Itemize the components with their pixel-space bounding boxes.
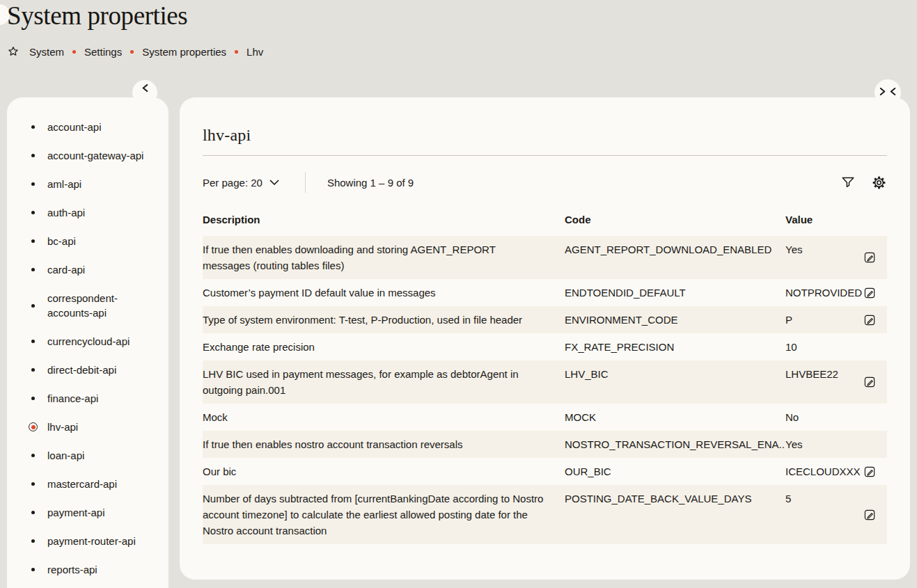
favorite-star-icon[interactable] xyxy=(7,45,19,58)
property-value: LHVBEE22 xyxy=(785,366,863,398)
property-value: NOTPROVIDED xyxy=(785,285,863,301)
bullet-icon xyxy=(31,539,35,543)
property-code: FX_RATE_PRECISION xyxy=(565,339,785,355)
property-description: If true then enables downloading and sto… xyxy=(203,241,565,273)
properties-table: Description Code Value If true then enab… xyxy=(203,207,887,544)
funnel-icon xyxy=(840,175,856,190)
sidebar-item-label: direct-debit-api xyxy=(47,363,116,377)
bullet-icon xyxy=(31,368,35,372)
panel-title: lhv-api xyxy=(203,97,887,145)
property-description: Type of system environment: T-test, P-Pr… xyxy=(203,312,565,328)
property-code: OUR_BIC xyxy=(565,463,785,479)
sidebar-item-payment-api[interactable]: payment-api xyxy=(7,498,168,527)
sidebar-item-reports-api[interactable]: reports-api xyxy=(7,555,168,584)
per-page-label: Per page: 20 xyxy=(203,177,262,189)
sidebar-item-label: loan-api xyxy=(47,448,84,463)
property-code: ENDTOENDID_DEFAULT xyxy=(565,285,785,301)
edit-value-button[interactable] xyxy=(863,251,876,264)
property-description: Number of days subtracted from [currentB… xyxy=(203,491,565,539)
filter-button[interactable] xyxy=(840,175,856,190)
table-row: Customer’s payment ID default value in m… xyxy=(203,279,887,306)
property-description: Mock xyxy=(203,409,565,425)
sidebar-item-auth-api[interactable]: auth-api xyxy=(7,198,168,227)
bullet-icon xyxy=(31,340,35,343)
sidebar-item-correspondent-accounts-api[interactable]: correspondent-accounts-api xyxy=(7,284,168,327)
property-code: MOCK xyxy=(565,409,785,425)
sidebar-item-currencycloud-api[interactable]: currencycloud-api xyxy=(7,327,168,356)
selected-radio-icon xyxy=(29,422,38,431)
edit-pencil-icon xyxy=(863,287,876,299)
sidebar-item-label: account-api xyxy=(47,120,102,134)
property-code: AGENT_REPORT_DOWNLOAD_ENABLED xyxy=(565,241,785,273)
table-header-row: Description Code Value xyxy=(203,207,887,236)
breadcrumb-item[interactable]: Settings xyxy=(84,46,122,58)
table-row: Type of system environment: T-test, P-Pr… xyxy=(203,306,887,333)
edit-value-button[interactable] xyxy=(863,466,876,478)
properties-panel: lhv-api Per page: 20 Showing 1 – 9 of 9 xyxy=(180,97,910,580)
breadcrumb-item[interactable]: System properties xyxy=(142,46,226,58)
bullet-icon xyxy=(31,511,35,514)
property-description: Exchange rate precision xyxy=(203,339,565,355)
table-row: Our bic OUR_BIC ICECLOUDXXX xyxy=(203,458,887,485)
table-row: If true then enables nostro account tran… xyxy=(203,431,887,458)
sidebar-item-label: finance-api xyxy=(47,391,98,406)
sidebar-item-label: auth-api xyxy=(47,205,85,220)
column-header-code: Code xyxy=(565,214,785,225)
table-row: Exchange rate precision FX_RATE_PRECISIO… xyxy=(203,333,887,360)
column-header-value: Value xyxy=(785,214,863,225)
sidebar-item-aml-api[interactable]: aml-api xyxy=(7,170,168,198)
property-description: Our bic xyxy=(203,463,565,479)
chevron-down-icon xyxy=(269,180,279,186)
bullet-icon xyxy=(31,454,35,457)
sidebar-item-label: bc-api xyxy=(47,234,76,248)
sidebar-item-label: currencycloud-api xyxy=(47,334,130,349)
property-description: LHV BIC used in payment messages, for ex… xyxy=(203,366,565,398)
edit-pencil-icon xyxy=(863,314,876,326)
property-value: No xyxy=(785,409,863,425)
breadcrumb: SystemSettingsSystem propertiesLhv xyxy=(7,44,263,59)
sidebar-item-card-api[interactable]: card-api xyxy=(7,255,168,284)
edit-value-button[interactable] xyxy=(863,314,876,326)
breadcrumb-separator-dot xyxy=(130,50,134,54)
bullet-icon xyxy=(31,397,35,400)
sidebar-item-finance-api[interactable]: finance-api xyxy=(7,384,168,413)
table-row: If true then enables downloading and sto… xyxy=(203,236,887,279)
property-code: NOSTRO_TRANSACTION_REVERSAL_ENA... xyxy=(565,436,785,452)
property-code: ENVIRONMENT_CODE xyxy=(565,312,785,328)
edit-value-button[interactable] xyxy=(863,287,876,299)
sidebar-item-label: card-api xyxy=(47,262,85,277)
edit-pencil-icon xyxy=(863,251,876,264)
per-page-select[interactable]: Per page: 20 xyxy=(203,177,279,189)
chevron-left-icon xyxy=(141,84,149,92)
sidebar-item-label: reports-api xyxy=(47,562,97,577)
column-header-description: Description xyxy=(203,214,565,225)
sidebar-item-label: lhv-api xyxy=(47,420,78,434)
table-settings-button[interactable] xyxy=(871,175,887,191)
panel-resize-controls[interactable] xyxy=(875,79,901,106)
sidebar-item-label: correspondent-accounts-api xyxy=(47,291,162,320)
sidebar-item-label: aml-api xyxy=(47,177,81,191)
sidebar-collapse-button[interactable] xyxy=(132,80,157,105)
sidebar-item-label: payment-api xyxy=(47,505,105,520)
sidebar-item-account-api[interactable]: account-api xyxy=(7,113,168,141)
bullet-icon xyxy=(31,211,35,214)
sidebar-item-mastercard-api[interactable]: mastercard-api xyxy=(7,470,168,498)
bullet-icon xyxy=(31,482,35,486)
breadcrumb-item[interactable]: System xyxy=(29,46,64,58)
edit-value-button[interactable] xyxy=(863,509,876,521)
table-row: Mock MOCK No xyxy=(203,404,887,431)
sidebar-item-direct-debit-api[interactable]: direct-debit-api xyxy=(7,356,168,384)
sidebar-item-account-gateway-api[interactable]: account-gateway-api xyxy=(7,141,168,170)
gear-icon xyxy=(871,175,887,191)
sidebar-item-loan-api[interactable]: loan-api xyxy=(7,441,168,470)
sidebar-item-payment-router-api[interactable]: payment-router-api xyxy=(7,527,168,555)
bullet-icon xyxy=(31,304,35,308)
table-toolbar: Per page: 20 Showing 1 – 9 of 9 xyxy=(203,172,887,193)
breadcrumb-item: Lhv xyxy=(246,46,263,58)
property-description: If true then enables nostro account tran… xyxy=(203,436,565,452)
sidebar-item-bc-api[interactable]: bc-api xyxy=(7,227,168,255)
chevron-left-icon xyxy=(890,88,896,95)
edit-value-button[interactable] xyxy=(863,376,876,388)
sidebar-item-lhv-api[interactable]: lhv-api xyxy=(7,413,168,441)
breadcrumb-separator-dot xyxy=(72,50,76,54)
